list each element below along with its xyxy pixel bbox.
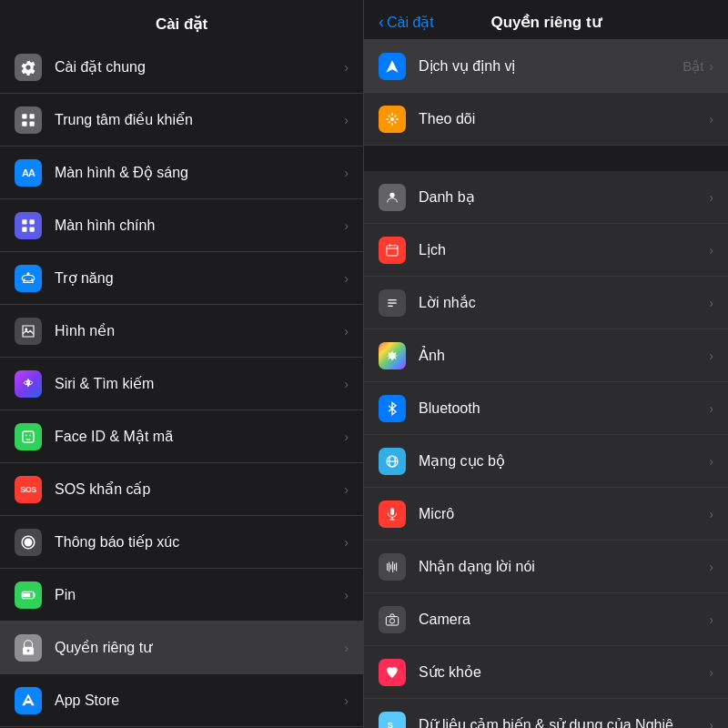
chevron-icon-man-hinh-chinh: ›	[344, 218, 349, 233]
left-item-thong-bao-tiep-xuc[interactable]: Thông báo tiếp xúc›	[0, 516, 363, 569]
left-item-tro-nang[interactable]: Trợ năng›	[0, 252, 363, 305]
right-item-mang-cuc-bo[interactable]: Mạng cục bộ›	[364, 435, 728, 488]
right-item-theo-doi[interactable]: Theo dõi›	[364, 93, 728, 146]
left-item-label-trung-tam-dieu-khien: Trung tâm điều khiển	[55, 111, 344, 128]
right-chevron-icon-suc-khoe: ›	[709, 665, 713, 680]
mang-cuc-bo-icon	[379, 448, 406, 475]
section-gap-1	[364, 146, 728, 171]
chevron-icon-app-store: ›	[344, 693, 349, 708]
right-item-label-mang-cuc-bo: Mạng cục bộ	[419, 452, 709, 470]
right-chevron-icon-mang-cuc-bo: ›	[709, 454, 713, 469]
thong-bao-tiep-xuc-icon	[15, 529, 42, 556]
right-item-lich[interactable]: Lịch›	[364, 224, 728, 277]
left-panel: Cài đặt Cài đặt chung›Trung tâm điều khi…	[0, 0, 364, 728]
svg-rect-4	[22, 219, 26, 224]
svg-point-44	[389, 618, 394, 622]
svg-point-22	[390, 117, 394, 121]
right-item-label-loi-nhac: Lời nhắc	[419, 294, 709, 311]
left-item-pin[interactable]: Pin›	[0, 569, 363, 622]
right-item-nhan-dang-loi-noi[interactable]: Nhận dạng lời nói›	[364, 541, 728, 593]
right-item-camera[interactable]: Camera›	[364, 593, 728, 646]
left-item-label-sos: SOS khẩn cấp	[55, 480, 344, 498]
back-label: Cài đặt	[387, 14, 434, 31]
left-item-label-hinh-nen: Hình nền	[55, 322, 344, 339]
right-chevron-icon-micro: ›	[709, 507, 713, 521]
back-chevron-icon: ‹	[379, 13, 384, 32]
right-chevron-icon-du-lieu-cam-bien: ›	[709, 718, 713, 729]
right-item-label-bluetooth: Bluetooth	[419, 400, 709, 417]
right-item-anh[interactable]: Ảnh›	[364, 329, 728, 382]
right-chevron-icon-bluetooth: ›	[709, 401, 713, 416]
left-item-siri-tim-kiem[interactable]: Siri & Tìm kiếm›	[0, 358, 363, 410]
left-item-man-hinh-do-sang[interactable]: AAMàn hình & Độ sáng›	[0, 147, 363, 199]
left-item-man-hinh-chinh[interactable]: Màn hình chính›	[0, 199, 363, 252]
right-item-label-suc-khoe: Sức khỏe	[419, 663, 709, 681]
left-item-trung-tam-dieu-khien[interactable]: Trung tâm điều khiển›	[0, 94, 363, 147]
left-item-label-cai-dat-chung: Cài đặt chung	[55, 58, 344, 76]
left-item-label-pin: Pin	[55, 587, 344, 603]
chevron-icon-siri-tim-kiem: ›	[344, 377, 349, 391]
face-id-icon	[15, 423, 42, 450]
chevron-icon-thong-bao-tiep-xuc: ›	[344, 535, 349, 550]
camera-icon	[379, 606, 406, 633]
theo-doi-icon	[379, 106, 406, 133]
left-header: Cài đặt	[0, 0, 363, 41]
right-item-label-camera: Camera	[419, 612, 709, 628]
left-item-app-store[interactable]: App Store›	[0, 674, 363, 727]
right-item-bluetooth[interactable]: Bluetooth›	[364, 382, 728, 435]
chevron-icon-tro-nang: ›	[344, 271, 349, 286]
right-chevron-icon-lich: ›	[709, 243, 713, 258]
du-lieu-cam-bien-icon: S	[379, 712, 406, 729]
svg-rect-1	[30, 114, 35, 118]
quyen-rieng-tu-icon	[15, 634, 42, 662]
left-item-hinh-nen[interactable]: Hình nền›	[0, 305, 363, 358]
svg-text:S: S	[388, 721, 393, 728]
svg-rect-3	[30, 121, 35, 126]
left-item-quyen-rieng-tu[interactable]: Quyền riêng tư›	[0, 622, 363, 674]
app-store-icon	[15, 687, 42, 714]
right-header: ‹ Cài đặt Quyền riêng tư	[364, 0, 728, 40]
right-item-micro[interactable]: Micrô›	[364, 488, 728, 541]
svg-point-23	[389, 192, 394, 197]
left-item-cai-dat-chung[interactable]: Cài đặt chung›	[0, 41, 363, 94]
right-item-du-lieu-cam-bien[interactable]: SDữ liệu cảm biến & sử dụng của Nghiê...…	[364, 699, 728, 728]
right-item-label-anh: Ảnh	[419, 347, 709, 364]
left-item-face-id[interactable]: Face ID & Mật mã›	[0, 410, 363, 463]
svg-point-17	[27, 649, 30, 652]
svg-rect-2	[22, 121, 26, 126]
siri-tim-kiem-icon	[15, 370, 42, 398]
right-item-suc-khoe[interactable]: Sức khỏe›	[364, 646, 728, 699]
chevron-icon-quyen-rieng-tu: ›	[344, 641, 349, 655]
chevron-icon-hinh-nen: ›	[344, 324, 349, 339]
right-item-label-dinh-vi: Dịch vụ định vị	[419, 57, 682, 75]
right-item-dinh-vi[interactable]: Dịch vụ định vịBật›	[364, 40, 728, 93]
right-item-value-dinh-vi: Bật	[682, 58, 703, 75]
left-item-label-man-hinh-do-sang: Màn hình & Độ sáng	[55, 164, 344, 181]
svg-rect-5	[30, 219, 35, 224]
svg-rect-34	[390, 508, 394, 515]
right-item-danh-ba[interactable]: Danh bạ›	[364, 171, 728, 224]
right-item-label-lich: Lịch	[419, 241, 709, 258]
left-item-label-siri-tim-kiem: Siri & Tìm kiếm	[55, 375, 344, 392]
left-item-sos[interactable]: SOSSOS khẩn cấp›	[0, 463, 363, 516]
left-item-label-man-hinh-chinh: Màn hình chính	[55, 217, 344, 234]
back-button[interactable]: ‹ Cài đặt	[379, 13, 434, 32]
chevron-icon-man-hinh-do-sang: ›	[344, 166, 349, 180]
chevron-icon-face-id: ›	[344, 430, 349, 444]
right-item-label-nhan-dang-loi-noi: Nhận dạng lời nói	[419, 558, 709, 575]
left-title: Cài đặt	[156, 15, 207, 33]
right-chevron-icon-dinh-vi: ›	[709, 59, 713, 74]
right-chevron-icon-loi-nhac: ›	[709, 296, 713, 310]
anh-icon	[379, 342, 406, 369]
right-item-label-theo-doi: Theo dõi	[419, 111, 709, 127]
right-title: Quyền riêng tư	[490, 13, 601, 32]
right-chevron-icon-camera: ›	[709, 612, 713, 627]
tro-nang-icon	[15, 265, 42, 292]
svg-rect-15	[23, 592, 30, 597]
right-item-label-micro: Micrô	[419, 506, 709, 522]
left-item-label-app-store: App Store	[55, 693, 344, 709]
right-item-loi-nhac[interactable]: Lời nhắc›	[364, 277, 728, 329]
left-item-label-tro-nang: Trợ năng	[55, 269, 344, 287]
pin-icon	[15, 581, 42, 609]
cai-dat-chung-icon	[15, 54, 42, 81]
